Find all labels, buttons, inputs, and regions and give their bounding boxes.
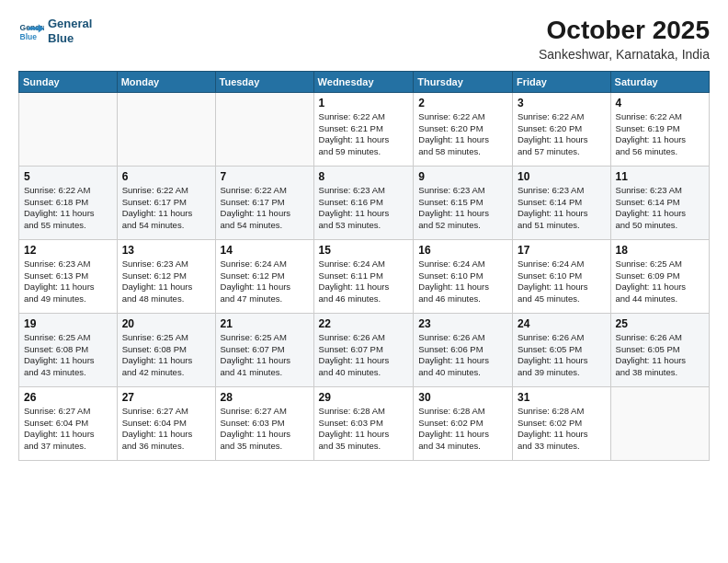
day-info: Sunrise: 6:22 AM Sunset: 6:17 PM Dayligh… — [122, 185, 210, 232]
header: General Blue General Blue October 2025 S… — [18, 17, 710, 62]
day-cell: 11Sunrise: 6:23 AM Sunset: 6:14 PM Dayli… — [610, 166, 709, 239]
day-number: 22 — [319, 317, 409, 330]
day-info: Sunrise: 6:26 AM Sunset: 6:07 PM Dayligh… — [319, 332, 409, 379]
day-number: 5 — [24, 170, 112, 183]
day-info: Sunrise: 6:24 AM Sunset: 6:12 PM Dayligh… — [221, 259, 309, 305]
day-cell: 13Sunrise: 6:23 AM Sunset: 6:12 PM Dayli… — [117, 239, 215, 313]
day-cell: 5Sunrise: 6:22 AM Sunset: 6:18 PM Daylig… — [19, 166, 118, 239]
week-row-1: 1Sunrise: 6:22 AM Sunset: 6:21 PM Daylig… — [19, 92, 710, 166]
day-info: Sunrise: 6:22 AM Sunset: 6:20 PM Dayligh… — [518, 111, 606, 158]
day-number: 26 — [24, 391, 112, 404]
day-cell — [610, 386, 709, 460]
day-cell: 17Sunrise: 6:24 AM Sunset: 6:10 PM Dayli… — [512, 239, 610, 313]
day-cell — [117, 92, 215, 166]
day-cell: 24Sunrise: 6:26 AM Sunset: 6:05 PM Dayli… — [512, 313, 610, 386]
weekday-header-wednesday: Wednesday — [313, 71, 414, 92]
day-number: 30 — [418, 391, 507, 404]
sub-title: Sankeshwar, Karnataka, India — [539, 47, 710, 62]
day-info: Sunrise: 6:28 AM Sunset: 6:03 PM Dayligh… — [319, 406, 409, 453]
day-cell: 1Sunrise: 6:22 AM Sunset: 6:21 PM Daylig… — [313, 92, 414, 166]
day-cell: 9Sunrise: 6:23 AM Sunset: 6:15 PM Daylig… — [414, 166, 513, 239]
day-info: Sunrise: 6:25 AM Sunset: 6:08 PM Dayligh… — [122, 332, 210, 379]
calendar: SundayMondayTuesdayWednesdayThursdayFrid… — [18, 71, 710, 461]
logo-text: General Blue — [48, 17, 92, 45]
day-cell: 10Sunrise: 6:23 AM Sunset: 6:14 PM Dayli… — [512, 166, 610, 239]
day-cell: 22Sunrise: 6:26 AM Sunset: 6:07 PM Dayli… — [313, 313, 414, 386]
day-number: 27 — [122, 391, 210, 404]
day-number: 28 — [221, 391, 309, 404]
day-info: Sunrise: 6:25 AM Sunset: 6:07 PM Dayligh… — [221, 332, 309, 379]
weekday-header-saturday: Saturday — [610, 71, 709, 92]
day-info: Sunrise: 6:22 AM Sunset: 6:20 PM Dayligh… — [418, 111, 507, 158]
day-number: 14 — [221, 244, 309, 257]
day-number: 20 — [122, 317, 210, 330]
day-info: Sunrise: 6:23 AM Sunset: 6:16 PM Dayligh… — [319, 185, 409, 232]
day-cell: 7Sunrise: 6:22 AM Sunset: 6:17 PM Daylig… — [215, 166, 313, 239]
day-cell: 23Sunrise: 6:26 AM Sunset: 6:06 PM Dayli… — [414, 313, 513, 386]
day-info: Sunrise: 6:22 AM Sunset: 6:21 PM Dayligh… — [319, 111, 409, 158]
day-number: 17 — [518, 244, 606, 257]
weekday-header-monday: Monday — [117, 71, 215, 92]
day-number: 11 — [616, 170, 704, 183]
weekday-header-sunday: Sunday — [19, 71, 118, 92]
day-cell: 8Sunrise: 6:23 AM Sunset: 6:16 PM Daylig… — [313, 166, 414, 239]
day-number: 31 — [518, 391, 606, 404]
day-info: Sunrise: 6:28 AM Sunset: 6:02 PM Dayligh… — [518, 406, 606, 453]
day-info: Sunrise: 6:25 AM Sunset: 6:09 PM Dayligh… — [616, 259, 704, 305]
day-cell: 6Sunrise: 6:22 AM Sunset: 6:17 PM Daylig… — [117, 166, 215, 239]
day-info: Sunrise: 6:27 AM Sunset: 6:04 PM Dayligh… — [122, 406, 210, 453]
week-row-5: 26Sunrise: 6:27 AM Sunset: 6:04 PM Dayli… — [19, 386, 710, 460]
weekday-header-row: SundayMondayTuesdayWednesdayThursdayFrid… — [19, 71, 710, 92]
day-cell: 25Sunrise: 6:26 AM Sunset: 6:05 PM Dayli… — [610, 313, 709, 386]
day-cell: 28Sunrise: 6:27 AM Sunset: 6:03 PM Dayli… — [215, 386, 313, 460]
day-number: 4 — [616, 97, 704, 109]
day-info: Sunrise: 6:26 AM Sunset: 6:05 PM Dayligh… — [616, 332, 704, 379]
logo-icon: General Blue — [18, 18, 44, 44]
day-number: 9 — [418, 170, 507, 183]
day-cell: 12Sunrise: 6:23 AM Sunset: 6:13 PM Dayli… — [19, 239, 118, 313]
day-number: 3 — [518, 97, 606, 109]
logo-line1: General — [48, 17, 92, 31]
day-info: Sunrise: 6:24 AM Sunset: 6:11 PM Dayligh… — [319, 259, 409, 305]
day-cell: 16Sunrise: 6:24 AM Sunset: 6:10 PM Dayli… — [414, 239, 513, 313]
day-cell: 19Sunrise: 6:25 AM Sunset: 6:08 PM Dayli… — [19, 313, 118, 386]
day-number: 10 — [518, 170, 606, 183]
day-number: 7 — [221, 170, 309, 183]
day-info: Sunrise: 6:27 AM Sunset: 6:04 PM Dayligh… — [24, 406, 112, 453]
day-cell: 14Sunrise: 6:24 AM Sunset: 6:12 PM Dayli… — [215, 239, 313, 313]
day-number: 21 — [221, 317, 309, 330]
page: General Blue General Blue October 2025 S… — [0, 0, 728, 563]
week-row-2: 5Sunrise: 6:22 AM Sunset: 6:18 PM Daylig… — [19, 166, 710, 239]
day-cell: 18Sunrise: 6:25 AM Sunset: 6:09 PM Dayli… — [610, 239, 709, 313]
weekday-header-friday: Friday — [512, 71, 610, 92]
day-cell: 29Sunrise: 6:28 AM Sunset: 6:03 PM Dayli… — [313, 386, 414, 460]
day-number: 19 — [24, 317, 112, 330]
day-info: Sunrise: 6:23 AM Sunset: 6:14 PM Dayligh… — [616, 185, 704, 232]
day-cell: 21Sunrise: 6:25 AM Sunset: 6:07 PM Dayli… — [215, 313, 313, 386]
day-info: Sunrise: 6:22 AM Sunset: 6:19 PM Dayligh… — [616, 111, 704, 158]
day-number: 6 — [122, 170, 210, 183]
day-cell: 2Sunrise: 6:22 AM Sunset: 6:20 PM Daylig… — [414, 92, 513, 166]
day-number: 29 — [319, 391, 409, 404]
svg-rect-4 — [28, 27, 39, 29]
week-row-3: 12Sunrise: 6:23 AM Sunset: 6:13 PM Dayli… — [19, 239, 710, 313]
day-number: 2 — [418, 97, 507, 109]
logo: General Blue General Blue — [18, 17, 92, 45]
day-cell: 26Sunrise: 6:27 AM Sunset: 6:04 PM Dayli… — [19, 386, 118, 460]
day-number: 1 — [319, 97, 409, 109]
week-row-4: 19Sunrise: 6:25 AM Sunset: 6:08 PM Dayli… — [19, 313, 710, 386]
weekday-header-tuesday: Tuesday — [215, 71, 313, 92]
day-cell: 30Sunrise: 6:28 AM Sunset: 6:02 PM Dayli… — [414, 386, 513, 460]
day-number: 16 — [418, 244, 507, 257]
day-cell: 20Sunrise: 6:25 AM Sunset: 6:08 PM Dayli… — [117, 313, 215, 386]
day-info: Sunrise: 6:23 AM Sunset: 6:13 PM Dayligh… — [24, 259, 112, 305]
day-cell: 15Sunrise: 6:24 AM Sunset: 6:11 PM Dayli… — [313, 239, 414, 313]
day-number: 25 — [616, 317, 704, 330]
day-cell — [19, 92, 118, 166]
day-info: Sunrise: 6:26 AM Sunset: 6:05 PM Dayligh… — [518, 332, 606, 379]
day-info: Sunrise: 6:24 AM Sunset: 6:10 PM Dayligh… — [418, 259, 507, 305]
day-info: Sunrise: 6:22 AM Sunset: 6:17 PM Dayligh… — [221, 185, 309, 232]
day-number: 18 — [616, 244, 704, 257]
day-cell: 4Sunrise: 6:22 AM Sunset: 6:19 PM Daylig… — [610, 92, 709, 166]
day-cell: 3Sunrise: 6:22 AM Sunset: 6:20 PM Daylig… — [512, 92, 610, 166]
